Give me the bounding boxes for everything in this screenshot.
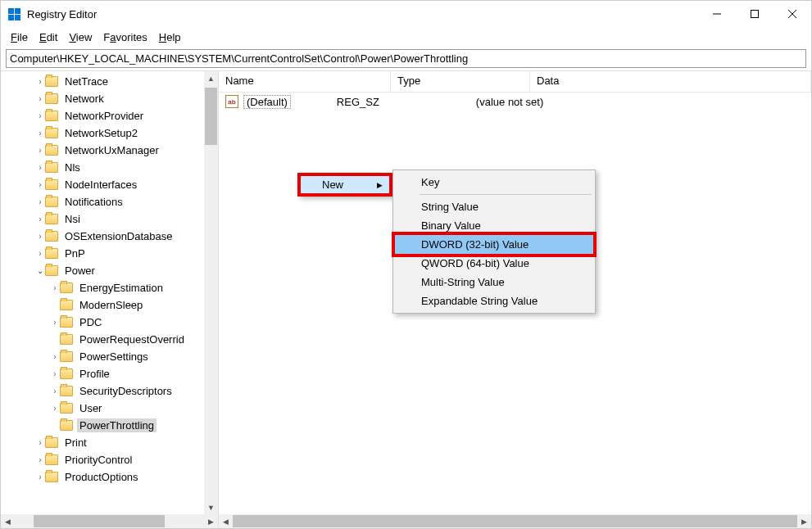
value-type: REG_SZ xyxy=(330,96,470,108)
string-value-icon: ab xyxy=(225,95,238,108)
chevron-right-icon[interactable]: › xyxy=(35,111,45,120)
menu-favorites[interactable]: Favorites xyxy=(98,29,152,45)
menu-item[interactable]: String Value xyxy=(395,197,593,216)
folder-icon xyxy=(60,351,73,362)
context-menu-new[interactable]: New ▶ xyxy=(297,173,392,197)
tree-view[interactable]: ›NetTrace›Network›NetworkProvider›Networ… xyxy=(1,71,218,514)
tree-item[interactable]: ›PowerSettings xyxy=(1,348,218,365)
tree-item[interactable]: PowerRequestOverrid xyxy=(1,331,218,348)
tree-item[interactable]: ›Notifications xyxy=(1,193,218,210)
menu-item[interactable]: Multi-String Value xyxy=(395,273,593,292)
chevron-right-icon[interactable]: › xyxy=(35,77,45,86)
column-name[interactable]: Name xyxy=(219,71,391,92)
chevron-down-icon[interactable]: ⌄ xyxy=(35,266,45,275)
tree-item[interactable]: ›ProductOptions xyxy=(1,468,218,486)
chevron-right-icon[interactable]: › xyxy=(50,369,60,378)
chevron-right-icon[interactable]: › xyxy=(35,249,45,258)
tree-item[interactable]: ⌄Power xyxy=(1,262,218,279)
scroll-right-icon[interactable]: ▶ xyxy=(204,518,218,526)
folder-icon xyxy=(45,472,58,482)
menu-item[interactable]: Expandable String Value xyxy=(395,292,593,310)
address-bar[interactable]: Computer\HKEY_LOCAL_MACHINE\SYSTEM\Curre… xyxy=(6,49,806,68)
tree-item[interactable]: ›PnP xyxy=(1,245,218,262)
menu-item[interactable]: Key xyxy=(395,173,593,192)
chevron-right-icon[interactable]: › xyxy=(35,163,45,172)
tree-item-label: NodeInterfaces xyxy=(62,178,139,192)
tree-item-label: NetworkUxManager xyxy=(62,143,161,157)
chevron-right-icon[interactable]: › xyxy=(50,318,60,327)
tree-item[interactable]: ›PriorityControl xyxy=(1,451,218,468)
chevron-right-icon[interactable]: › xyxy=(50,404,60,413)
tree-vertical-scrollbar[interactable]: ▲ ▼ xyxy=(204,71,218,514)
chevron-right-icon[interactable]: › xyxy=(35,455,45,464)
tree-item[interactable]: ›Print xyxy=(1,434,218,451)
tree-item[interactable]: ModernSleep xyxy=(1,296,218,314)
menu-file[interactable]: File xyxy=(6,29,33,45)
list-row[interactable]: ab (Default) REG_SZ (value not set) xyxy=(219,93,811,111)
tree-item[interactable]: ›Profile xyxy=(1,365,218,382)
menu-item[interactable]: DWORD (32-bit) Value xyxy=(392,232,597,257)
folder-icon xyxy=(60,334,73,345)
tree-item[interactable]: ›NetworkUxManager xyxy=(1,142,218,159)
folder-icon xyxy=(60,368,73,379)
scroll-left-icon[interactable]: ◀ xyxy=(1,518,15,526)
chevron-right-icon[interactable]: › xyxy=(35,129,45,138)
scroll-left-icon[interactable]: ◀ xyxy=(219,514,233,528)
tree-item-label: PnP xyxy=(62,246,88,260)
menu-view[interactable]: View xyxy=(64,29,97,45)
tree-item-label: Network xyxy=(62,92,107,106)
tree-horizontal-scrollbar[interactable]: ◀ ▶ xyxy=(1,514,218,528)
tree-item-label: Profile xyxy=(77,367,112,381)
chevron-right-icon[interactable]: › xyxy=(35,215,45,224)
folder-icon xyxy=(45,265,58,276)
column-type[interactable]: Type xyxy=(391,71,530,92)
tree-item[interactable]: ›Network xyxy=(1,90,218,107)
menu-item-new[interactable]: New ▶ xyxy=(301,176,389,193)
tree-item[interactable]: ›User xyxy=(1,400,218,417)
tree-item[interactable]: ›Nsi xyxy=(1,210,218,228)
tree-item[interactable]: ›Nls xyxy=(1,159,218,176)
folder-icon xyxy=(45,437,58,448)
close-button[interactable] xyxy=(773,1,811,27)
chevron-right-icon[interactable]: › xyxy=(35,146,45,155)
chevron-right-icon[interactable]: › xyxy=(35,232,45,241)
tree-item[interactable]: PowerThrottling xyxy=(1,417,218,434)
maximize-button[interactable] xyxy=(736,1,773,27)
minimize-button[interactable] xyxy=(698,1,736,27)
chevron-right-icon[interactable]: › xyxy=(50,283,60,292)
tree-item[interactable]: ›NetTrace xyxy=(1,73,218,90)
value-name[interactable]: (Default) xyxy=(243,95,291,109)
chevron-right-icon[interactable]: › xyxy=(50,352,60,361)
chevron-right-icon[interactable]: › xyxy=(35,94,45,103)
list-pane: Name Type Data ab (Default) REG_SZ (valu… xyxy=(219,71,811,528)
scroll-thumb[interactable] xyxy=(205,88,217,145)
scroll-down-icon[interactable]: ▼ xyxy=(204,500,218,514)
tree-item[interactable]: ›OSExtensionDatabase xyxy=(1,228,218,245)
chevron-right-icon[interactable]: › xyxy=(35,197,45,206)
chevron-right-icon[interactable]: › xyxy=(35,472,45,482)
chevron-right-icon[interactable]: › xyxy=(35,438,45,447)
tree-item-label: OSExtensionDatabase xyxy=(62,229,175,243)
column-data[interactable]: Data xyxy=(530,71,811,92)
scroll-thumb[interactable] xyxy=(233,515,797,527)
chevron-right-icon[interactable]: › xyxy=(35,180,45,189)
tree-item[interactable]: ›NodeInterfaces xyxy=(1,176,218,193)
list-horizontal-scrollbar[interactable]: ◀ ▶ xyxy=(219,514,811,528)
tree-item-label: NetTrace xyxy=(62,75,111,88)
chevron-right-icon[interactable]: › xyxy=(50,387,60,396)
context-submenu[interactable]: KeyString ValueBinary ValueDWORD (32-bit… xyxy=(392,170,596,314)
list-body[interactable]: ab (Default) REG_SZ (value not set) New … xyxy=(219,93,811,514)
folder-icon xyxy=(60,420,73,431)
tree-item[interactable]: ›NetworkProvider xyxy=(1,107,218,124)
scroll-right-icon[interactable]: ▶ xyxy=(797,514,811,528)
menu-help[interactable]: Help xyxy=(154,29,186,45)
tree-item[interactable]: ›PDC xyxy=(1,314,218,331)
tree-item[interactable]: ›EnergyEstimation xyxy=(1,279,218,296)
menu-edit[interactable]: Edit xyxy=(34,29,62,45)
scroll-thumb[interactable] xyxy=(34,515,165,527)
tree-item-label: Nsi xyxy=(62,212,83,226)
tree-item[interactable]: ›NetworkSetup2 xyxy=(1,124,218,142)
submenu-arrow-icon: ▶ xyxy=(377,181,383,189)
tree-item[interactable]: ›SecurityDescriptors xyxy=(1,382,218,400)
scroll-up-icon[interactable]: ▲ xyxy=(204,71,218,85)
